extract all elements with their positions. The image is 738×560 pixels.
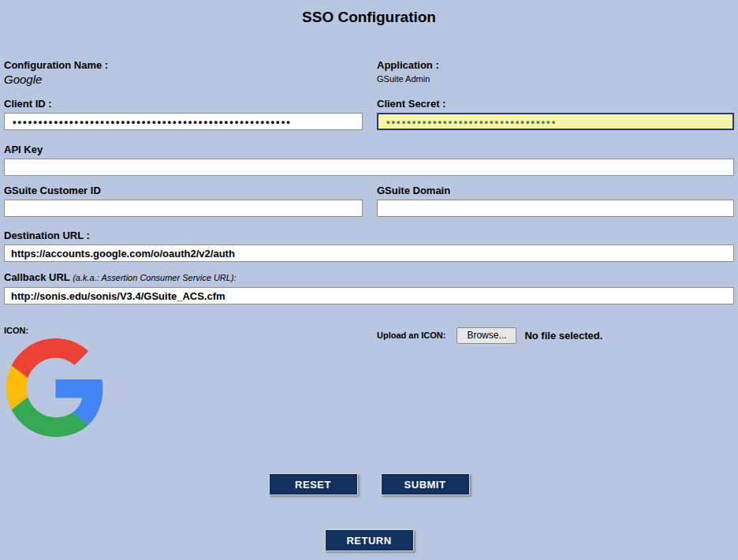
application-value: GSuite Admin xyxy=(377,74,734,84)
callback-url-row: Callback URL (a.k.a.: Assertion Consumer… xyxy=(4,271,734,304)
api-key-label: API Key xyxy=(4,144,734,155)
client-id-input[interactable] xyxy=(4,113,363,130)
submit-button[interactable]: SUBMIT xyxy=(381,473,470,495)
application-group: Application : GSuite Admin xyxy=(377,59,734,87)
destination-url-group: Destination URL : xyxy=(4,230,734,262)
client-secret-input[interactable] xyxy=(377,113,734,130)
client-credentials-row: Client ID : Client Secret : xyxy=(4,98,734,130)
callback-url-input[interactable] xyxy=(4,287,734,304)
api-key-input[interactable] xyxy=(4,159,734,176)
icon-row: ICON: Upload an ICON: Browse... No file … xyxy=(4,326,734,437)
gsuite-domain-group: GSuite Domain xyxy=(377,185,734,217)
icon-label: ICON: xyxy=(4,326,363,335)
callback-url-label-note: (a.k.a.: Assertion Consumer Service URL)… xyxy=(73,273,236,282)
destination-url-row: Destination URL : xyxy=(4,230,734,262)
page-title: SSO Configuration xyxy=(0,9,738,26)
gsuite-customer-id-label: GSuite Customer ID xyxy=(4,185,363,196)
client-id-label: Client ID : xyxy=(4,98,363,110)
application-label: Application : xyxy=(377,59,734,71)
client-secret-label: Client Secret : xyxy=(377,98,734,110)
return-button[interactable]: RETURN xyxy=(325,529,414,551)
upload-icon-group: Upload an ICON: Browse... No file select… xyxy=(377,326,734,437)
destination-url-label: Destination URL : xyxy=(4,230,734,241)
api-key-group: API Key xyxy=(4,144,734,176)
callback-url-label-text: Callback URL xyxy=(4,271,70,283)
configuration-name-value: Google xyxy=(4,73,363,87)
client-id-group: Client ID : xyxy=(4,98,377,130)
gsuite-customer-id-input[interactable] xyxy=(4,200,363,217)
client-secret-group: Client Secret : xyxy=(377,98,734,130)
google-logo-icon xyxy=(6,338,105,437)
gsuite-domain-input[interactable] xyxy=(377,200,734,217)
icon-group: ICON: xyxy=(4,326,377,437)
gsuite-domain-label: GSuite Domain xyxy=(377,185,734,196)
file-status-text: No file selected. xyxy=(524,330,602,342)
browse-button[interactable]: Browse... xyxy=(457,327,516,344)
return-button-row: RETURN xyxy=(0,529,738,551)
action-buttons-row: RESET SUBMIT xyxy=(0,473,738,495)
upload-icon-label: Upload an ICON: xyxy=(377,330,445,341)
reset-button[interactable]: RESET xyxy=(269,473,358,495)
api-key-row: API Key xyxy=(4,144,734,176)
callback-url-group: Callback URL (a.k.a.: Assertion Consumer… xyxy=(4,271,734,304)
gsuite-customer-id-group: GSuite Customer ID xyxy=(4,185,377,217)
upload-line: Upload an ICON: Browse... No file select… xyxy=(377,327,734,344)
configuration-name-label: Configuration Name : xyxy=(4,59,363,71)
gsuite-row: GSuite Customer ID GSuite Domain xyxy=(4,185,734,217)
destination-url-input[interactable] xyxy=(4,245,734,262)
name-application-row: Configuration Name : Google Application … xyxy=(4,59,734,87)
configuration-name-group: Configuration Name : Google xyxy=(4,59,377,87)
sso-configuration-page: SSO Configuration Configuration Name : G… xyxy=(0,0,738,560)
callback-url-label: Callback URL (a.k.a.: Assertion Consumer… xyxy=(4,271,734,284)
